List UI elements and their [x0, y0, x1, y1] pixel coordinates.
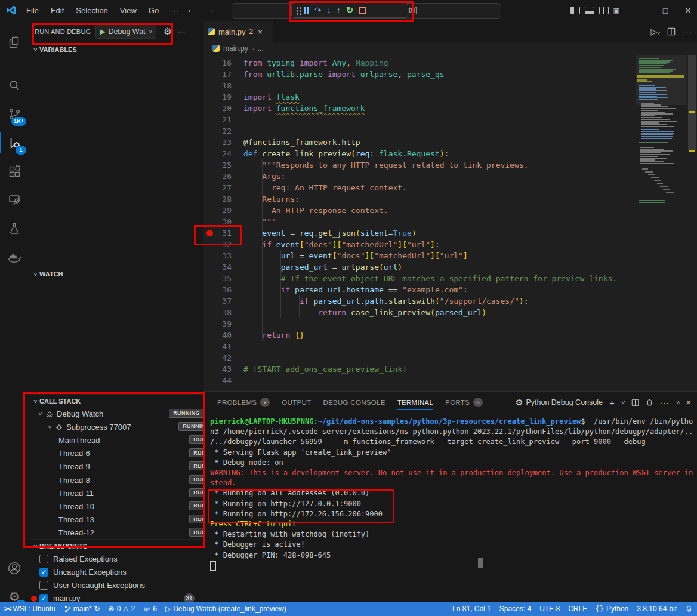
variables-section-header[interactable]: >VARIABLES	[29, 43, 203, 56]
menu-item[interactable]: ···	[165, 6, 184, 15]
tab-main-py[interactable]: main.py 2 ×	[203, 21, 273, 42]
panel-tab-debug-console[interactable]: DEBUG CONSOLE	[318, 392, 390, 412]
terminal-instance-label[interactable]: ⚙ Python Debug Console	[516, 396, 603, 409]
source-control-icon[interactable]: 1K+	[0, 100, 29, 128]
line-number[interactable]: 23	[216, 137, 232, 148]
minimize-button[interactable]: ─	[634, 6, 652, 16]
code-line[interactable]: 18	[203, 80, 636, 91]
breakpoint-checkbox[interactable]	[39, 555, 48, 563]
line-number[interactable]: 18	[216, 80, 232, 91]
problems-indicator[interactable]: ⊗ 0 △ 2	[104, 602, 140, 616]
breakpoint-checkbox[interactable]	[39, 581, 48, 590]
line-text[interactable]: """Responds to any HTTP request related …	[243, 159, 528, 171]
line-number[interactable]: 17	[216, 69, 232, 80]
code-line[interactable]: 29 An HTTP response context.	[203, 205, 636, 216]
line-text[interactable]: Returns:	[243, 193, 300, 205]
remote-explorer-icon[interactable]	[0, 186, 29, 214]
code-line[interactable]: 33 url = event["docs"]["matchedUrl"]["ur…	[203, 250, 636, 261]
docker-icon[interactable]	[0, 243, 29, 272]
line-number[interactable]: 29	[216, 205, 232, 216]
line-text[interactable]: import functions_framework	[243, 103, 365, 114]
callstack-row[interactable]: Thread-11RUNNING	[29, 486, 233, 500]
close-panel-icon[interactable]: ×	[686, 398, 691, 407]
breakpoint-checkbox[interactable]: ✓	[39, 568, 48, 577]
panel-more-icon[interactable]: ···	[660, 398, 670, 407]
line-text[interactable]: An HTTP response context.	[243, 205, 388, 216]
callstack-row[interactable]: Thread-9RUNNING	[29, 460, 233, 473]
new-terminal-icon[interactable]: +	[609, 398, 615, 408]
callstack-row[interactable]: Thread-8RUNNING	[29, 473, 233, 486]
line-text[interactable]: event = req.get_json(silent=True)	[243, 227, 417, 239]
minimap[interactable]	[636, 55, 687, 391]
line-number[interactable]: 19	[216, 91, 232, 103]
callstack-row[interactable]: Thread-13RUNNING	[29, 513, 233, 526]
line-number[interactable]: 41	[216, 341, 232, 352]
run-and-debug-icon[interactable]: 1	[0, 128, 29, 157]
breadcrumb-more[interactable]: ...	[258, 44, 264, 53]
customize-layout-icon[interactable]: ▣	[613, 7, 619, 14]
code-line[interactable]: 41	[203, 341, 636, 352]
step-over-icon[interactable]: ↷	[314, 6, 322, 14]
code-line[interactable]: 43# [START add_ons_case_preview_link]	[203, 364, 636, 375]
line-text[interactable]: # If the event object URL matches a spec…	[243, 273, 617, 284]
line-number[interactable]: 42	[216, 352, 232, 364]
indentation[interactable]: Spaces: 4	[495, 602, 535, 616]
line-text[interactable]: url = event["docs"]["matchedUrl"]["url"]	[243, 250, 468, 261]
line-number[interactable]: 35	[216, 273, 232, 284]
explorer-icon[interactable]	[0, 28, 29, 57]
line-number[interactable]: 43	[216, 364, 232, 375]
editor-scrollbar[interactable]	[687, 55, 697, 391]
code-line[interactable]: 26 Args:	[203, 171, 636, 182]
line-number[interactable]: 38	[216, 307, 232, 318]
line-text[interactable]: if parsed_url.path.startswith("/support/…	[243, 295, 528, 307]
scrollbar-thumb[interactable]	[688, 55, 696, 150]
line-number[interactable]: 28	[216, 193, 232, 205]
code-line[interactable]: 40 return {}	[203, 329, 636, 341]
line-text[interactable]: if parsed_url.hostname == "example.com":	[243, 284, 468, 295]
nav-back-arrow[interactable]: ←	[187, 4, 196, 14]
chevron-down-icon[interactable]: >	[37, 412, 44, 415]
callstack-row[interactable]: Thread-12RUNNING	[29, 526, 233, 540]
menu-item[interactable]: Selection	[70, 6, 113, 15]
line-number[interactable]: 20	[216, 103, 232, 114]
line-number[interactable]: 24	[216, 148, 232, 159]
breakpoint-row[interactable]: ✓Uncaught Exceptions	[29, 565, 203, 578]
chevron-down-icon[interactable]: >	[47, 425, 53, 429]
notifications[interactable]	[681, 602, 697, 616]
toggle-panel-icon[interactable]	[585, 7, 594, 14]
remote-indicator[interactable]: >< WSL: Ubuntu	[0, 602, 60, 616]
code-line[interactable]: 16from typing import Any, Mapping	[203, 57, 636, 69]
step-out-icon[interactable]: ↑	[337, 6, 341, 14]
code-line[interactable]: 20import functions_framework	[203, 103, 636, 114]
accounts-icon[interactable]	[0, 554, 29, 583]
callstack-row[interactable]: >Subprocess 77007RUNNING	[29, 420, 222, 433]
run-python-file-icon[interactable]: ▷>	[650, 27, 660, 36]
branch-indicator[interactable]: main* ↻	[60, 602, 104, 616]
breakpoint-row[interactable]: User Uncaught Exceptions	[29, 578, 203, 592]
callstack-section-header[interactable]: >CALL STACK	[29, 394, 203, 408]
line-number[interactable]: 37	[216, 295, 232, 307]
toggle-secondary-sidebar-icon[interactable]	[599, 7, 609, 14]
menu-item[interactable]: File	[20, 6, 45, 15]
line-text[interactable]: Args:	[243, 171, 285, 182]
line-number[interactable]: 40	[216, 329, 232, 341]
sidebar-more-icon[interactable]: ···	[178, 27, 187, 36]
panel-tab-ports[interactable]: PORTS6	[440, 392, 488, 412]
pause-icon[interactable]	[304, 7, 309, 14]
cursor-position[interactable]: Ln 81, Col 1	[448, 602, 495, 616]
breadcrumb-file[interactable]: main.py	[223, 44, 248, 53]
code-line[interactable]: 35 # If the event object URL matches a s…	[203, 273, 636, 284]
line-number[interactable]: 32	[216, 239, 232, 250]
debug-gear-icon[interactable]: ⚙	[164, 25, 172, 38]
maximize-panel-icon[interactable]: >	[674, 401, 681, 404]
code-line[interactable]: 23@functions_framework.http	[203, 137, 636, 148]
panel-tab-output[interactable]: OUTPUT	[277, 392, 316, 412]
line-number[interactable]: 21	[216, 114, 232, 125]
debug-status[interactable]: ▷ Debug Watch (create_link_preview)	[161, 602, 291, 616]
menu-item[interactable]: View	[114, 6, 143, 15]
extensions-icon[interactable]	[0, 157, 29, 186]
code-line[interactable]: 31 event = req.get_json(silent=True)	[203, 227, 636, 239]
line-number[interactable]: 30	[216, 216, 232, 227]
code-line[interactable]: 21	[203, 114, 636, 125]
code-line[interactable]: 25 """Responds to any HTTP request relat…	[203, 159, 636, 171]
